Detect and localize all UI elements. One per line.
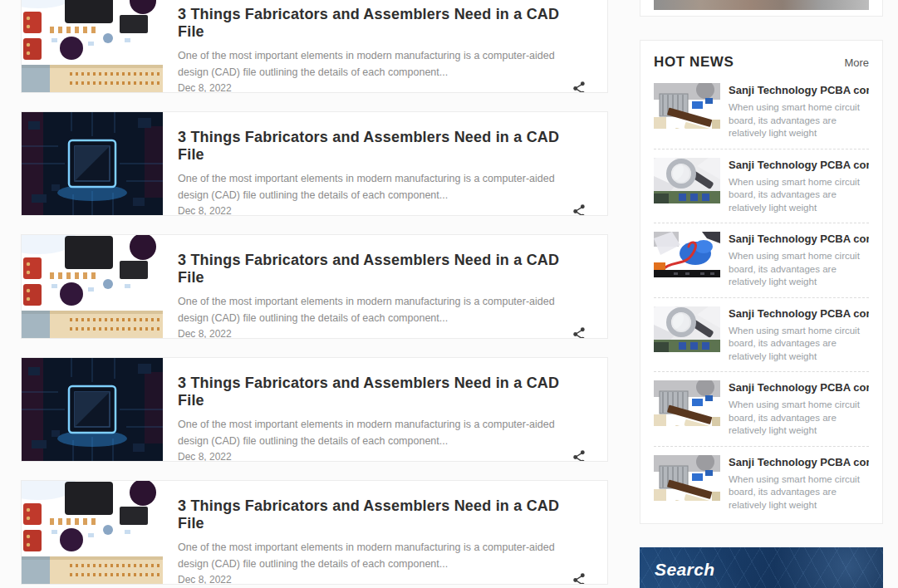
hot-news-item[interactable]: Sanji Technology PCBA control... When us…: [654, 223, 869, 289]
article-card[interactable]: 3 Things Fabricators and Assemblers Need…: [21, 357, 608, 462]
hot-news-item[interactable]: Sanji Technology PCBA control... When us…: [654, 149, 869, 215]
article-date: Dec 8, 2022: [178, 328, 232, 339]
article-title[interactable]: 3 Things Fabricators and Assemblers Need…: [178, 497, 586, 532]
hot-news-desc: When using smart home circuit board, its…: [729, 176, 869, 215]
article-card[interactable]: 3 Things Fabricators and Assemblers Need…: [21, 0, 608, 93]
cut-off-image: [654, 0, 869, 10]
share-icon[interactable]: [572, 81, 586, 93]
article-excerpt: One of the most important elements in mo…: [178, 47, 586, 81]
hot-news-title[interactable]: Sanji Technology PCBA control...: [729, 84, 869, 96]
hot-news-desc: When using smart home circuit board, its…: [729, 325, 869, 364]
article-title[interactable]: 3 Things Fabricators and Assemblers Need…: [178, 129, 586, 164]
article-excerpt: One of the most important elements in mo…: [178, 170, 586, 203]
article-excerpt: One of the most important elements in mo…: [178, 293, 586, 326]
hot-news-thumbnail-magnifier[interactable]: [654, 158, 720, 203]
more-link[interactable]: More: [844, 56, 869, 69]
hot-news-heading: HOT NEWS: [654, 54, 734, 71]
share-icon[interactable]: [572, 326, 586, 339]
hot-news-title[interactable]: Sanji Technology PCBA control...: [729, 307, 869, 320]
hot-news-desc: When using smart home circuit board, its…: [729, 101, 869, 140]
share-icon[interactable]: [572, 449, 586, 462]
article-list: 3 Things Fabricators and Assemblers Need…: [21, 0, 608, 588]
hot-news-panel: HOT NEWS More Sanji Technology PCBA cont…: [640, 40, 883, 524]
article-thumbnail-blue-pcb[interactable]: [22, 235, 163, 338]
article-excerpt: One of the most important elements in mo…: [178, 539, 586, 572]
search-heading: Search: [655, 560, 868, 580]
hot-news-item[interactable]: Sanji Technology PCBA control... When us…: [654, 371, 869, 438]
hot-news-item[interactable]: Sanji Technology PCBA control... When us…: [654, 446, 869, 512]
article-card[interactable]: 3 Things Fabricators and Assemblers Need…: [21, 480, 608, 585]
article-thumbnail-blue-pcb[interactable]: [22, 0, 163, 92]
sidebar: HOT NEWS More Sanji Technology PCBA cont…: [640, 0, 883, 588]
search-panel: Search Search: [640, 547, 883, 588]
article-title[interactable]: 3 Things Fabricators and Assemblers Need…: [178, 252, 586, 287]
hot-news-title[interactable]: Sanji Technology PCBA control...: [729, 233, 869, 245]
article-date: Dec 8, 2022: [178, 205, 232, 216]
hot-news-thumbnail-motherboard[interactable]: [654, 455, 720, 501]
hot-news-thumbnail-glove[interactable]: [654, 232, 720, 277]
share-icon[interactable]: [572, 203, 586, 216]
hot-news-item[interactable]: Sanji Technology PCBA control... When us…: [654, 83, 869, 140]
sidebar-top-panel: [640, 0, 883, 17]
article-thumbnail-blue-pcb[interactable]: [22, 481, 163, 584]
hot-news-thumbnail-magnifier[interactable]: [654, 306, 720, 352]
article-thumbnail-glowing-chip[interactable]: [22, 112, 163, 215]
article-card[interactable]: 3 Things Fabricators and Assemblers Need…: [21, 111, 608, 216]
hot-news-thumbnail-motherboard[interactable]: [654, 380, 720, 426]
hot-news-title[interactable]: Sanji Technology PCBA control...: [729, 456, 869, 468]
article-title[interactable]: 3 Things Fabricators and Assemblers Need…: [178, 6, 586, 41]
article-excerpt: One of the most important elements in mo…: [178, 416, 586, 449]
article-card[interactable]: 3 Things Fabricators and Assemblers Need…: [21, 234, 608, 339]
hot-news-desc: When using smart home circuit board, its…: [729, 473, 869, 512]
hot-news-desc: When using smart home circuit board, its…: [729, 250, 869, 289]
hot-news-title[interactable]: Sanji Technology PCBA control...: [729, 159, 869, 171]
article-date: Dec 8, 2022: [178, 451, 232, 462]
article-date: Dec 8, 2022: [178, 82, 232, 93]
article-thumbnail-glowing-chip[interactable]: [22, 358, 163, 461]
article-title[interactable]: 3 Things Fabricators and Assemblers Need…: [178, 375, 586, 409]
hot-news-title[interactable]: Sanji Technology PCBA control...: [729, 381, 869, 394]
hot-news-desc: When using smart home circuit board, its…: [729, 399, 869, 438]
hot-news-thumbnail-motherboard[interactable]: [654, 83, 720, 129]
share-icon[interactable]: [572, 572, 586, 585]
hot-news-item[interactable]: Sanji Technology PCBA control... When us…: [654, 297, 869, 364]
article-date: Dec 8, 2022: [178, 574, 232, 585]
